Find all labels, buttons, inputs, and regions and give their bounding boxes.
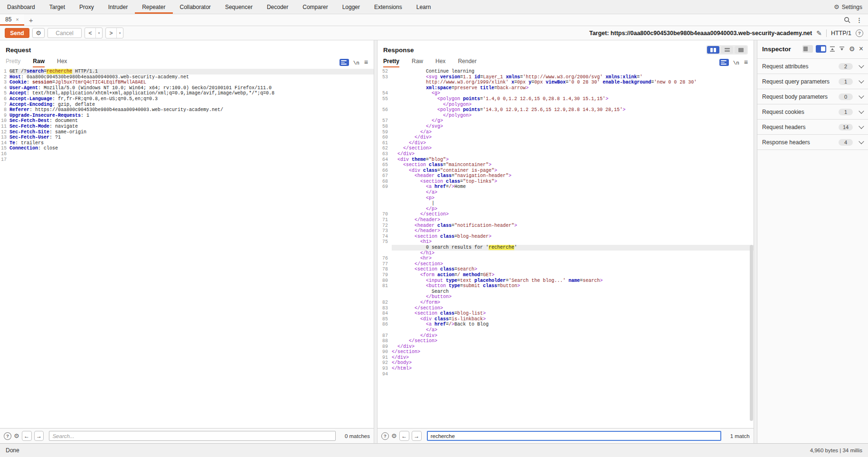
soft-wrap-button[interactable] bbox=[340, 59, 349, 66]
help-icon[interactable]: ? bbox=[856, 29, 863, 37]
code-line: 90</section> bbox=[377, 349, 754, 355]
settings-button[interactable]: ⚙ Settings bbox=[828, 0, 868, 14]
view-tab-hex[interactable]: Hex bbox=[435, 57, 445, 67]
prev-match-button[interactable]: ← bbox=[22, 431, 32, 441]
next-match-button[interactable]: → bbox=[412, 431, 422, 441]
menu-item-intruder[interactable]: Intruder bbox=[101, 0, 135, 14]
help-icon[interactable]: ? bbox=[4, 432, 11, 440]
forward-arrow-icon[interactable]: > bbox=[106, 28, 116, 38]
tab-bar-actions: ⋮ bbox=[838, 14, 868, 26]
close-icon[interactable]: × bbox=[16, 17, 19, 22]
help-icon[interactable]: ? bbox=[381, 432, 389, 440]
inspector-panel: Inspector ⚙ × Request attributes2Request… bbox=[757, 40, 868, 443]
response-scrollbar[interactable] bbox=[749, 69, 754, 428]
newline-toggle-button[interactable]: \n bbox=[733, 60, 739, 66]
code-line: 82 </form> bbox=[377, 300, 754, 306]
view-tab-pretty[interactable]: Pretty bbox=[383, 57, 399, 67]
inspector-dock-left-button[interactable] bbox=[802, 45, 813, 53]
count-badge: 1 bbox=[839, 78, 853, 85]
expand-all-icon[interactable] bbox=[839, 46, 845, 52]
http-version[interactable]: HTTP/1 bbox=[831, 30, 851, 37]
view-tab-pretty[interactable]: Pretty bbox=[6, 57, 20, 67]
inspector-section-request-attributes[interactable]: Request attributes2 bbox=[757, 59, 868, 74]
code-line: | bbox=[377, 201, 754, 206]
chevron-down-icon bbox=[859, 108, 864, 113]
soft-wrap-button[interactable] bbox=[719, 59, 729, 66]
panel-divider[interactable] bbox=[754, 40, 757, 443]
view-tab-hex[interactable]: Hex bbox=[57, 57, 67, 67]
kebab-menu-icon[interactable]: ⋮ bbox=[856, 17, 862, 24]
code-line: 15Connection: close bbox=[0, 146, 374, 151]
menu-item-dashboard[interactable]: Dashboard bbox=[0, 0, 42, 14]
response-panel-title: Response bbox=[383, 47, 414, 54]
collapse-all-icon[interactable] bbox=[829, 46, 836, 52]
response-editor[interactable]: 52 Continue learning53 <svg version=1.1 … bbox=[377, 69, 754, 428]
layout-single-button[interactable] bbox=[735, 46, 747, 54]
menu-item-repeater[interactable]: Repeater bbox=[135, 0, 172, 14]
menu-item-collaborator[interactable]: Collaborator bbox=[173, 0, 218, 14]
inspector-section-response-headers[interactable]: Response headers4 bbox=[757, 135, 868, 150]
code-line: 78 <section class=search> bbox=[377, 267, 754, 272]
inspector-header: Inspector ⚙ × bbox=[757, 40, 868, 56]
back-arrow-icon[interactable]: < bbox=[85, 28, 95, 38]
view-tab-render[interactable]: Render bbox=[458, 57, 476, 67]
inspector-section-request-query-parameters[interactable]: Request query parameters1 bbox=[757, 74, 868, 89]
inspector-section-request-headers[interactable]: Request headers14 bbox=[757, 120, 868, 135]
code-line: 67 <header class="navigation-header"> bbox=[377, 173, 754, 179]
code-line: 3Cookie: session=Jgl5ux7tmrQ4cTIC4LEqifB… bbox=[0, 80, 374, 85]
view-tab-raw[interactable]: Raw bbox=[33, 57, 45, 67]
inspector-close-icon[interactable]: × bbox=[859, 45, 863, 53]
editor-menu-icon[interactable]: ≡ bbox=[364, 58, 368, 66]
prev-match-button[interactable]: ← bbox=[399, 431, 409, 441]
menu-item-sequencer[interactable]: Sequencer bbox=[218, 0, 260, 14]
target-label: Target: bbox=[589, 30, 609, 37]
add-tab-button[interactable]: + bbox=[24, 14, 38, 26]
code-line: 74 <section class=blog-header> bbox=[377, 234, 754, 240]
menu-item-target[interactable]: Target bbox=[42, 0, 72, 14]
count-badge: 2 bbox=[839, 63, 853, 70]
send-settings-button[interactable]: ⚙ bbox=[32, 28, 45, 38]
search-settings-icon[interactable]: ⚙ bbox=[391, 432, 397, 439]
code-line: 92</body> bbox=[377, 360, 754, 366]
view-tab-raw[interactable]: Raw bbox=[412, 57, 423, 67]
code-line: <p> bbox=[377, 196, 754, 201]
code-line: 76 <hr> bbox=[377, 256, 754, 261]
search-settings-icon[interactable]: ⚙ bbox=[14, 432, 19, 439]
newline-toggle-button[interactable]: \n bbox=[353, 60, 359, 66]
search-icon[interactable] bbox=[844, 17, 850, 23]
back-history-button[interactable]: < ▾ bbox=[85, 28, 103, 38]
gear-icon: ⚙ bbox=[36, 30, 41, 36]
menu-item-learn[interactable]: Learn bbox=[409, 0, 438, 14]
next-match-button[interactable]: → bbox=[34, 431, 44, 441]
scrollbar-thumb[interactable] bbox=[750, 245, 753, 421]
panel-divider[interactable] bbox=[374, 40, 377, 443]
menu-item-decoder[interactable]: Decoder bbox=[260, 0, 295, 14]
menu-item-proxy[interactable]: Proxy bbox=[72, 0, 101, 14]
code-line: 87 </div> bbox=[377, 333, 754, 339]
forward-history-button[interactable]: > ▾ bbox=[105, 28, 123, 38]
menu-item-logger[interactable]: Logger bbox=[335, 0, 367, 14]
code-line: 10Sec-Fetch-Dest: document bbox=[0, 118, 374, 124]
repeater-tab-85[interactable]: 85 × bbox=[0, 14, 24, 26]
layout-columns-button[interactable] bbox=[707, 46, 719, 54]
edit-pencil-icon[interactable]: ✎ bbox=[816, 29, 822, 37]
code-line: 62 </section> bbox=[377, 146, 754, 151]
menu-item-comparer[interactable]: Comparer bbox=[295, 0, 335, 14]
request-editor[interactable]: 1GET /?search=recherche HTTP/1.12Host: 0… bbox=[0, 69, 374, 428]
code-line: 17 bbox=[0, 157, 374, 163]
inspector-dock-right-button[interactable] bbox=[816, 45, 826, 53]
caret-down-icon[interactable]: ▾ bbox=[116, 28, 123, 38]
code-line: </polygon> bbox=[377, 102, 754, 108]
cancel-button[interactable]: Cancel bbox=[47, 28, 82, 38]
inspector-section-request-body-parameters[interactable]: Request body parameters0 bbox=[757, 89, 868, 104]
send-button[interactable]: Send bbox=[5, 28, 29, 38]
caret-down-icon[interactable]: ▾ bbox=[95, 28, 102, 38]
code-line: 2Host: 0aa800c904530be980b4eaaa00940003.… bbox=[0, 75, 374, 80]
inspector-settings-icon[interactable]: ⚙ bbox=[849, 45, 855, 53]
menu-item-extensions[interactable]: Extensions bbox=[367, 0, 409, 14]
response-search-input[interactable] bbox=[427, 431, 721, 441]
request-search-input[interactable] bbox=[49, 431, 336, 441]
inspector-section-request-cookies[interactable]: Request cookies1 bbox=[757, 104, 868, 120]
layout-rows-button[interactable] bbox=[721, 46, 733, 54]
editor-menu-icon[interactable]: ≡ bbox=[744, 58, 748, 66]
